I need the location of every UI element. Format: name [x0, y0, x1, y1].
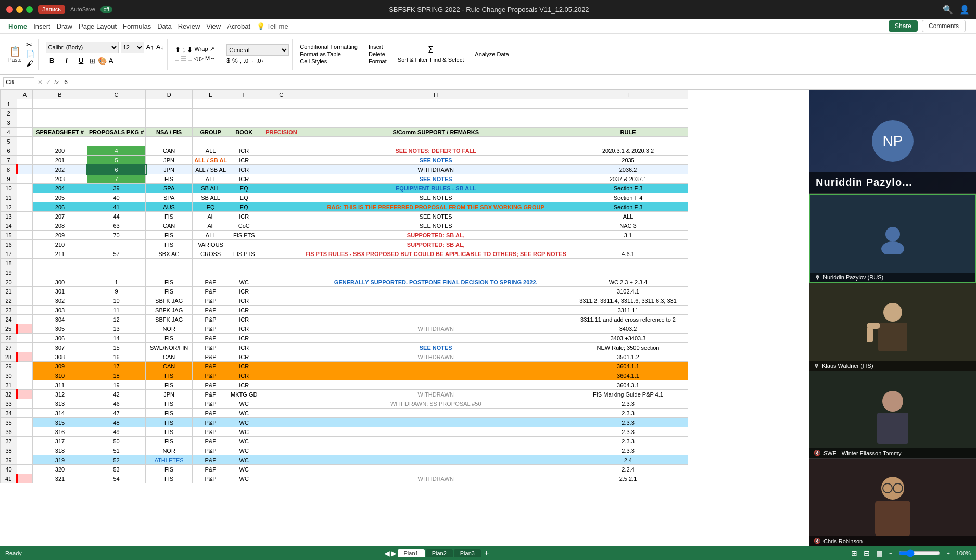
table-cell[interactable]: [33, 99, 87, 109]
cell-e-group[interactable]: SB ALL: [193, 193, 229, 202]
cell-a[interactable]: [17, 324, 33, 334]
cell-h-remarks[interactable]: [303, 465, 568, 474]
video-tile-klaus[interactable]: 🎙 Klaus Waldner (FIS): [809, 283, 976, 371]
prev-sheet-button[interactable]: ◀: [384, 549, 390, 557]
cell-h-remarks[interactable]: WITHDRAWN: [303, 474, 568, 483]
underline-button[interactable]: U: [75, 55, 87, 67]
cell-e-group[interactable]: VARIOUS: [193, 240, 229, 249]
cell-b-spreadsheet[interactable]: 300: [33, 277, 87, 287]
cell-d-nsa[interactable]: NOR: [146, 324, 193, 334]
menu-review[interactable]: Review: [175, 21, 204, 31]
number-format-select[interactable]: General: [226, 44, 289, 56]
minimize-button[interactable]: [16, 6, 23, 13]
cell-b-spreadsheet[interactable]: 202: [33, 165, 87, 174]
cell-b-spreadsheet[interactable]: 203: [33, 174, 87, 184]
cell-d-nsa[interactable]: JPN: [146, 165, 193, 174]
col-header-d[interactable]: D: [146, 90, 193, 99]
cell-d-nsa[interactable]: SBFK JAG: [146, 315, 193, 324]
bold-button[interactable]: B: [46, 55, 58, 67]
cell-c-proposal[interactable]: 11: [87, 306, 146, 315]
zoom-out-icon[interactable]: −: [889, 550, 892, 556]
autosave-toggle[interactable]: off: [100, 6, 112, 13]
cell-d-nsa[interactable]: FIS: [146, 437, 193, 446]
cell-e-group[interactable]: CROSS: [193, 249, 229, 259]
cell-h-remarks[interactable]: S/Comm SUPPORT / REMARKS: [303, 128, 568, 137]
table-cell[interactable]: [87, 99, 146, 109]
cell-i-rule[interactable]: 3604.1.1: [568, 362, 688, 371]
cell-c-proposal[interactable]: [87, 137, 146, 146]
align-right-button[interactable]: ≡: [188, 55, 193, 63]
cell-a[interactable]: [17, 277, 33, 287]
cell-d-nsa[interactable]: CAN: [146, 221, 193, 231]
col-header-h[interactable]: H: [303, 90, 568, 99]
decrease-font-icon[interactable]: A↓: [156, 43, 164, 51]
cell-h-remarks[interactable]: [303, 362, 568, 371]
cell-f-book[interactable]: WC: [229, 427, 259, 437]
conditional-formatting-button[interactable]: Conditional Formatting: [300, 44, 358, 50]
cell-a[interactable]: [17, 193, 33, 202]
cell-b-spreadsheet[interactable]: 311: [33, 380, 87, 390]
cell-c-proposal[interactable]: 46: [87, 399, 146, 409]
table-cell[interactable]: [303, 99, 568, 109]
menu-tell-me[interactable]: 💡 Tell me: [253, 21, 291, 31]
cell-e-group[interactable]: ALL: [193, 231, 229, 240]
cell-e-group[interactable]: P&P: [193, 427, 229, 437]
cell-h-remarks[interactable]: [303, 437, 568, 446]
cell-i-rule[interactable]: 2.3.3: [568, 418, 688, 427]
col-header-a[interactable]: A: [17, 90, 33, 99]
cell-g-precision[interactable]: [259, 390, 303, 399]
cell-i-rule[interactable]: 3403 +3403.3: [568, 334, 688, 343]
cell-c-proposal[interactable]: 51: [87, 446, 146, 455]
cell-h-remarks[interactable]: SEE NOTES: DEFER TO FALL: [303, 146, 568, 156]
copy-button[interactable]: 📄: [26, 50, 35, 58]
cell-e-group[interactable]: P&P: [193, 362, 229, 371]
cell-i-rule[interactable]: [568, 137, 688, 146]
cell-b-spreadsheet[interactable]: 204: [33, 184, 87, 193]
cell-b-spreadsheet[interactable]: [33, 268, 87, 277]
cell-h-remarks[interactable]: [303, 315, 568, 324]
cell-b-spreadsheet[interactable]: SPREADSHEET #: [33, 128, 87, 137]
border-button[interactable]: ⊞: [90, 57, 96, 65]
cell-b-spreadsheet[interactable]: 316: [33, 427, 87, 437]
cell-g-precision[interactable]: [259, 156, 303, 165]
col-header-g[interactable]: G: [259, 90, 303, 99]
table-cell[interactable]: [303, 118, 568, 128]
cell-h-remarks[interactable]: [303, 427, 568, 437]
cell-f-book[interactable]: WC: [229, 277, 259, 287]
cell-c-proposal[interactable]: 44: [87, 212, 146, 221]
cell-i-rule[interactable]: 2.3.3: [568, 427, 688, 437]
insert-button[interactable]: Insert: [369, 44, 387, 50]
cell-e-group[interactable]: P&P: [193, 315, 229, 324]
cell-f-book[interactable]: ICR: [229, 296, 259, 306]
cell-g-precision[interactable]: PRECISION: [259, 128, 303, 137]
cell-h-remarks[interactable]: WITHDRAWN: [303, 165, 568, 174]
cell-d-nsa[interactable]: FIS: [146, 409, 193, 418]
cell-g-precision[interactable]: [259, 343, 303, 352]
sort-filter-button[interactable]: Sort & Filter: [398, 57, 428, 63]
cell-g-precision[interactable]: [259, 455, 303, 465]
cell-i-rule[interactable]: Section F 3: [568, 184, 688, 193]
cell-f-book[interactable]: MKTG GD: [229, 390, 259, 399]
cell-i-rule[interactable]: 2036.2: [568, 165, 688, 174]
cell-d-nsa[interactable]: FIS: [146, 380, 193, 390]
formula-input[interactable]: [62, 79, 973, 86]
cell-c-proposal[interactable]: 57: [87, 249, 146, 259]
paste-button[interactable]: 📋 Paste: [6, 45, 24, 64]
font-color-button[interactable]: A: [109, 57, 113, 65]
cell-a[interactable]: [17, 165, 33, 174]
cell-d-nsa[interactable]: ATHLETES: [146, 455, 193, 465]
cell-a[interactable]: [17, 352, 33, 362]
cell-b-spreadsheet[interactable]: 211: [33, 249, 87, 259]
cell-b-spreadsheet[interactable]: 303: [33, 306, 87, 315]
cell-e-group[interactable]: [193, 268, 229, 277]
add-sheet-button[interactable]: +: [484, 549, 489, 558]
cell-a[interactable]: [17, 137, 33, 146]
cell-i-rule[interactable]: 2020.3.1 & 2020.3.2: [568, 146, 688, 156]
cell-a[interactable]: [17, 474, 33, 483]
zoom-slider[interactable]: [898, 549, 940, 557]
cell-c-proposal[interactable]: 42: [87, 390, 146, 399]
cell-c-proposal[interactable]: 4: [87, 146, 146, 156]
cell-c-proposal[interactable]: 1: [87, 277, 146, 287]
video-tile-nuriddin[interactable]: 🎙 Nuriddin Pazylov (RUS): [809, 194, 976, 283]
cell-e-group[interactable]: P&P: [193, 371, 229, 380]
